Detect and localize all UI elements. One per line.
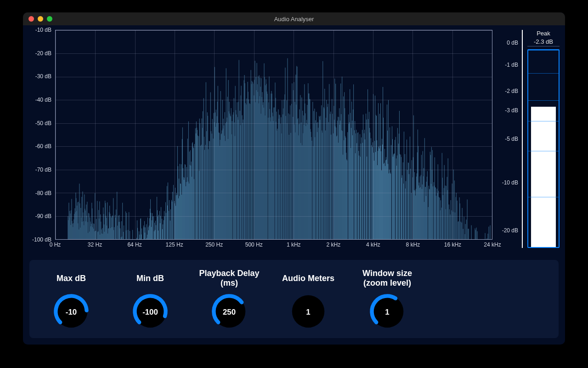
x-tick-label: 32 Hz — [88, 242, 102, 248]
knob-label: Playback Delay (ms) — [197, 267, 262, 289]
x-tick-label: 64 Hz — [127, 242, 141, 248]
spectrum-analyzer: -10 dB-20 dB-30 dB-40 dB-50 dB-60 dB-70 … — [28, 30, 492, 251]
close-icon[interactable] — [28, 16, 34, 22]
knob-max-db: Max dB-10 — [39, 267, 104, 331]
y-tick-label: -30 dB — [35, 73, 51, 80]
window-controls — [28, 16, 52, 22]
meter-scale: 0 dB-1 dB-2 dB-3 dB-5 dB-10 dB-20 dB — [493, 30, 521, 248]
meter-bar[interactable] — [527, 49, 560, 248]
knob-value: -100 — [142, 308, 158, 316]
spectrum-x-axis: 0 Hz32 Hz64 Hz125 Hz250 Hz500 Hz1 kHz2 k… — [55, 240, 492, 251]
spectrum-plot-area[interactable] — [55, 30, 492, 240]
meter-tick-label: 0 dB — [507, 40, 518, 46]
knob-window-size-zoom-level: Window size (zoom level)1 — [355, 267, 420, 331]
meter-tick-label: -1 dB — [505, 62, 518, 68]
minimize-icon[interactable] — [38, 16, 43, 22]
peak-meter: 0 dB-1 dB-2 dB-3 dB-5 dB-10 dB-20 dB Pea… — [493, 30, 560, 248]
meter-header: Peak — [527, 30, 560, 38]
knob-value: 1 — [385, 308, 389, 316]
chart-region: -10 dB-20 dB-30 dB-40 dB-50 dB-60 dB-70 … — [23, 25, 565, 253]
meter-fill — [531, 107, 556, 247]
knob-min-db: Min dB-100 — [118, 267, 183, 331]
knob-label: Max dB — [57, 267, 86, 289]
x-tick-label: 2 kHz — [326, 242, 340, 248]
knob-label: Min dB — [136, 267, 164, 289]
meter-tick-label: -20 dB — [502, 227, 518, 234]
knob-label: Window size (zoom level) — [355, 267, 420, 289]
x-tick-label: 4 kHz — [366, 242, 380, 248]
knob-dial[interactable]: 1 — [289, 292, 328, 331]
knob-dial[interactable]: 1 — [368, 292, 407, 331]
meter-tick-label: -3 dB — [505, 107, 518, 114]
knob-playback-delay-ms: Playback Delay (ms)250 — [197, 267, 262, 331]
x-tick-label: 16 kHz — [444, 242, 461, 248]
y-tick-label: -100 dB — [32, 236, 51, 243]
meter-tick-label: -5 dB — [505, 136, 518, 142]
knob-value: -10 — [66, 308, 77, 316]
knob-audio-meters: Audio Meters1 — [276, 267, 341, 331]
knob-value: 250 — [223, 308, 236, 316]
content: -10 dB-20 dB-30 dB-40 dB-50 dB-60 dB-70 … — [23, 25, 565, 345]
knob-label: Audio Meters — [282, 267, 334, 289]
y-tick-label: -80 dB — [35, 190, 51, 196]
x-tick-label: 8 kHz — [406, 242, 420, 248]
x-tick-label: 125 Hz — [166, 242, 183, 248]
y-tick-label: -40 dB — [35, 97, 51, 103]
titlebar: Audio Analyser — [23, 12, 565, 25]
controls-panel: Max dB-10Min dB-100Playback Delay (ms)25… — [29, 260, 559, 338]
knob-dial[interactable]: 250 — [210, 292, 249, 331]
window-title: Audio Analyser — [23, 16, 565, 23]
y-tick-label: -10 dB — [35, 27, 51, 33]
y-tick-label: -20 dB — [35, 50, 51, 57]
app-window: Audio Analyser -10 dB-20 dB-30 dB-40 dB-… — [23, 12, 565, 345]
y-tick-label: -70 dB — [35, 167, 51, 173]
meter-peak-value: -2.3 dB — [527, 38, 560, 46]
meter-tick-label: -2 dB — [505, 88, 518, 94]
knob-dial[interactable]: -100 — [131, 292, 170, 331]
x-tick-label: 1 kHz — [287, 242, 301, 248]
y-tick-label: -90 dB — [35, 213, 51, 219]
meter-column: Peak -2.3 dB — [527, 30, 560, 248]
knob-value: 1 — [306, 308, 310, 316]
x-tick-label: 500 Hz — [245, 242, 263, 248]
zoom-icon[interactable] — [47, 16, 52, 22]
spectrum-y-axis: -10 dB-20 dB-30 dB-40 dB-50 dB-60 dB-70 … — [28, 30, 55, 240]
meter-axis-line — [522, 30, 523, 248]
x-tick-label: 250 Hz — [205, 242, 223, 248]
x-tick-label: 0 Hz — [50, 242, 61, 248]
y-tick-label: -50 dB — [35, 120, 51, 126]
meter-tick-label: -10 dB — [502, 179, 518, 186]
y-tick-label: -60 dB — [35, 143, 51, 150]
knob-dial[interactable]: -10 — [52, 292, 90, 331]
